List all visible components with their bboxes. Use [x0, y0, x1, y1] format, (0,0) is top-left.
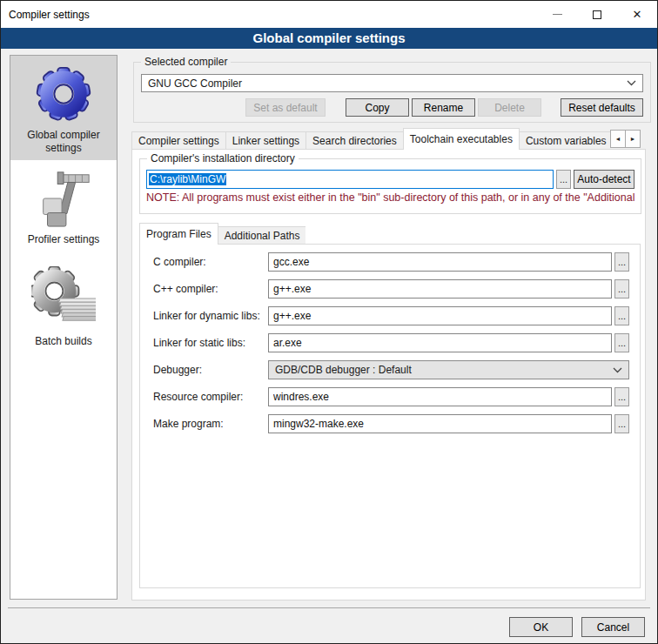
field-label: Resource compiler:	[153, 391, 268, 403]
window-title: Compiler settings	[9, 9, 537, 21]
tab-custom-variables[interactable]: Custom variables	[519, 131, 611, 150]
footer-separator	[8, 607, 650, 608]
field-label: Make program:	[153, 418, 268, 430]
settings-category-list: Global compiler settings Profiler settin…	[10, 55, 118, 600]
cpp-compiler-input[interactable]	[268, 279, 612, 299]
installation-directory-group: Compiler's installation directory C:\ray…	[139, 158, 641, 214]
compiler-select-value: GNU GCC Compiler	[148, 77, 627, 90]
tab-scroll-right-button[interactable]: ►	[625, 130, 641, 148]
linker-static-browse-button[interactable]: ...	[614, 333, 629, 352]
program-files-page: C compiler: ... C++ compiler: ... Linker…	[139, 244, 641, 588]
selected-compiler-group: Selected compiler GNU GCC Compiler Set a…	[133, 62, 651, 123]
sidebar-item-profiler-settings[interactable]: Profiler settings	[10, 160, 117, 258]
resource-compiler-input[interactable]	[268, 387, 612, 406]
resource-compiler-browse-button[interactable]: ...	[614, 387, 629, 406]
sidebar-item-batch-builds[interactable]: Batch builds	[10, 258, 117, 359]
compiler-settings-dialog: Compiler settings ✕ Global compiler sett…	[0, 0, 658, 644]
close-icon: ✕	[633, 9, 642, 20]
c-compiler-input[interactable]	[268, 252, 612, 272]
gear-stack-icon	[31, 266, 96, 331]
sidebar-item-label: Profiler settings	[28, 233, 100, 246]
tab-program-files[interactable]: Program Files	[139, 223, 218, 245]
field-row-linker-static: Linker for static libs: ...	[153, 333, 629, 352]
rename-button[interactable]: Rename	[412, 98, 475, 117]
arrow-right-icon: ►	[630, 136, 636, 142]
chevron-down-icon	[613, 367, 622, 373]
selected-compiler-group-label: Selected compiler	[141, 56, 231, 69]
close-button[interactable]: ✕	[617, 1, 657, 28]
field-row-make-program: Make program: ...	[153, 414, 629, 433]
chevron-down-icon	[627, 80, 636, 86]
cpp-compiler-browse-button[interactable]: ...	[614, 279, 629, 299]
linker-dynamic-browse-button[interactable]: ...	[614, 306, 629, 325]
install-dir-input[interactable]: C:\raylib\MinGW	[146, 170, 554, 189]
field-row-resource-compiler: Resource compiler: ...	[153, 387, 629, 406]
debugger-select[interactable]: GDB/CDB debugger : Default	[268, 360, 629, 379]
field-label: C++ compiler:	[153, 283, 268, 295]
install-dir-selected-text: C:\raylib\MinGW	[149, 173, 226, 185]
tab-scroll-left-button[interactable]: ◄	[610, 130, 626, 148]
field-row-cpp-compiler: C++ compiler: ...	[153, 279, 629, 299]
linker-dynamic-input[interactable]	[268, 306, 612, 325]
sidebar-item-global-compiler-settings[interactable]: Global compiler settings	[10, 56, 117, 160]
field-row-debugger: Debugger: GDB/CDB debugger : Default	[153, 360, 629, 379]
make-program-input[interactable]	[268, 414, 612, 433]
tab-scroll-buttons: ◄ ►	[611, 130, 641, 148]
toolchain-executables-page: Compiler's installation directory C:\ray…	[131, 149, 646, 600]
tab-compiler-settings[interactable]: Compiler settings	[131, 131, 226, 150]
compiler-select[interactable]: GNU GCC Compiler	[141, 74, 643, 92]
delete-button[interactable]: Delete	[478, 98, 541, 117]
debugger-select-value: GDB/CDB debugger : Default	[275, 364, 613, 376]
caliper-icon	[33, 168, 94, 229]
sidebar-item-label: Batch builds	[35, 335, 91, 348]
blue-gear-icon	[31, 64, 96, 124]
linker-static-input[interactable]	[268, 333, 612, 352]
copy-button[interactable]: Copy	[346, 98, 409, 117]
title-bar: Compiler settings ✕	[1, 1, 657, 28]
field-row-linker-dynamic: Linker for dynamic libs: ...	[153, 306, 629, 325]
tab-toolchain-executables[interactable]: Toolchain executables	[403, 128, 520, 150]
make-program-browse-button[interactable]: ...	[614, 414, 629, 433]
field-row-c-compiler: C compiler: ...	[153, 252, 629, 272]
tab-search-directories[interactable]: Search directories	[306, 131, 404, 150]
bin-subdirectory-note: NOTE: All programs must exist either in …	[146, 191, 634, 204]
installation-directory-group-label: Compiler's installation directory	[147, 152, 299, 165]
auto-detect-button[interactable]: Auto-detect	[574, 170, 634, 189]
field-label: Linker for static libs:	[153, 337, 268, 349]
maximize-button[interactable]	[577, 1, 617, 28]
install-dir-browse-button[interactable]: ...	[556, 170, 571, 189]
sidebar-item-label: Global compiler settings	[13, 129, 114, 155]
maximize-icon	[593, 10, 601, 19]
compiler-settings-tabbar: Compiler settings Linker settings Search…	[131, 128, 611, 150]
field-label: C compiler:	[153, 256, 268, 268]
tab-linker-settings[interactable]: Linker settings	[225, 131, 306, 150]
arrow-left-icon: ◄	[615, 136, 621, 142]
ok-button[interactable]: OK	[509, 617, 573, 637]
cancel-button[interactable]: Cancel	[581, 617, 645, 637]
minimize-icon	[553, 14, 562, 15]
c-compiler-browse-button[interactable]: ...	[614, 252, 629, 272]
set-as-default-button[interactable]: Set as default	[245, 98, 326, 117]
program-files-tabbar: Program Files Additional Paths	[139, 223, 306, 245]
minimize-button[interactable]	[537, 1, 577, 28]
page-title: Global compiler settings	[1, 28, 657, 49]
field-label: Linker for dynamic libs:	[153, 310, 268, 322]
tab-additional-paths[interactable]: Additional Paths	[218, 226, 306, 245]
field-label: Debugger:	[153, 364, 268, 376]
reset-defaults-button[interactable]: Reset defaults	[561, 98, 643, 117]
